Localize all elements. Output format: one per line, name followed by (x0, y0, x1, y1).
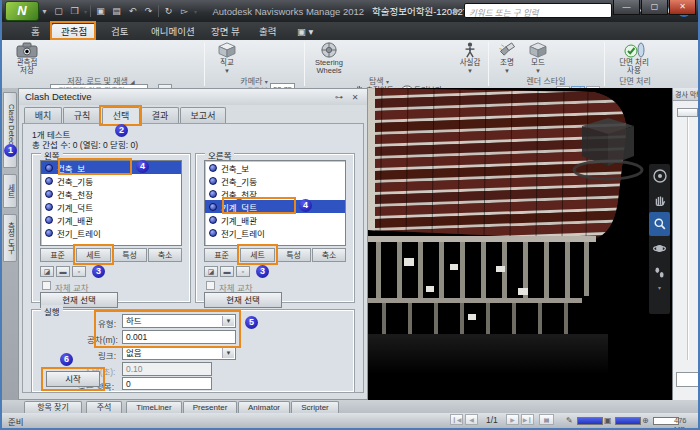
clash-tab-report[interactable]: 보고서 (180, 107, 226, 124)
disk-icon: ▣ (604, 416, 613, 425)
left-subtab-compact[interactable]: 축소 (148, 248, 182, 262)
dropdown-arrow-icon[interactable]: ▼ (222, 348, 234, 358)
right-subtab-sets[interactable]: 세트 (240, 248, 275, 262)
list-tool-button[interactable]: ▫ (72, 266, 86, 277)
list-item[interactable]: 건축_보 (205, 161, 345, 174)
lighting-button[interactable]: 조명▼ (492, 42, 522, 75)
pan-nav-icon[interactable] (649, 188, 670, 212)
ribbon-tab-sceneview[interactable]: 장면 뷰 (202, 24, 249, 40)
dock-tab-presenter[interactable]: Presenter (183, 401, 237, 413)
application-menu-button[interactable]: N (5, 1, 39, 21)
list-item[interactable]: 기계_배관 (41, 213, 181, 226)
pin-icon[interactable]: ⊶ (333, 92, 345, 103)
ribbon-tab-viewpoint[interactable]: 관측점 (52, 24, 96, 40)
undo-button[interactable]: ↶ (126, 5, 139, 18)
clash-tab-batch[interactable]: 배치 (24, 107, 62, 124)
enable-sectioning-button[interactable]: 단면 처리사용 (610, 42, 658, 75)
right-self-intersect-checkbox[interactable] (206, 281, 215, 290)
save-button[interactable]: ▣ (94, 5, 107, 18)
list-item[interactable]: 건축_천장 (41, 187, 181, 200)
list-item[interactable]: 건축_기둥 (205, 174, 345, 187)
tilt-slider-thumb[interactable] (677, 108, 698, 117)
render-mode-button[interactable]: 모드▼ (524, 42, 552, 75)
zoom-nav-icon[interactable] (649, 212, 670, 236)
sheet-browser-button[interactable]: ▤ (539, 414, 554, 425)
close-button[interactable]: ✕ (669, 0, 696, 15)
qat-customize-arrow[interactable]: ▾ (194, 8, 197, 15)
left-subtab-sets[interactable]: 세트 (76, 248, 111, 262)
navbar-more-arrow[interactable]: ▾ (649, 284, 670, 291)
print-button[interactable]: ▤ (110, 5, 123, 18)
ribbon-tab-home[interactable]: 홈 (22, 24, 49, 40)
dock-tab-comments[interactable]: 주석 (86, 401, 122, 413)
tolerance-input[interactable]: 0.001 (122, 330, 236, 344)
list-tool-button[interactable]: ▫ (236, 266, 250, 277)
list-item[interactable]: 기계_배관 (205, 213, 345, 226)
tilt-bar-close-icon[interactable]: ✕ (696, 89, 700, 97)
refresh-button[interactable]: ↻ (162, 5, 175, 18)
side-tab-measure-tools[interactable]: 측정 도구 (3, 214, 17, 262)
sheet-last-button[interactable]: ▶❙ (521, 414, 534, 425)
left-selection-list[interactable]: 건축_보 건축_기둥 건축_천장 기계_덕트 기계_배관 전기_트레이 (40, 160, 182, 246)
sheet-next-button[interactable]: ▶ (506, 414, 519, 425)
clash-tab-rules[interactable]: 규칙 (63, 107, 101, 124)
dock-tab-timeliner[interactable]: TimeLiner (126, 401, 182, 413)
select-tool-button[interactable]: ▻ (178, 5, 191, 18)
orthographic-button[interactable]: 직교▼ (208, 42, 246, 75)
ribbon-tab-output[interactable]: 출력 (250, 24, 285, 40)
steering-wheel-icon (320, 42, 338, 58)
list-item[interactable]: 건축_보 (41, 161, 181, 174)
right-subtab-properties[interactable]: 특성 (276, 248, 311, 262)
list-tool-button[interactable]: ▬ (220, 266, 234, 277)
steering-wheel-nav-icon[interactable] (649, 164, 670, 188)
dock-tab-find-items[interactable]: 항목 찾기 (24, 401, 82, 413)
list-item[interactable]: 기계_덕트 (205, 200, 345, 213)
list-item[interactable]: 전기_트레이 (41, 226, 181, 239)
list-item[interactable]: 기계_덕트 (41, 200, 181, 213)
tilt-slider-track[interactable] (687, 114, 689, 360)
left-subtab-properties[interactable]: 특성 (112, 248, 147, 262)
panel-close-icon[interactable]: ✕ (349, 92, 361, 103)
realism-button[interactable]: 사실감▼ (454, 42, 486, 75)
list-tool-button[interactable]: ◪ (204, 266, 218, 277)
clash-tab-results[interactable]: 결과 (141, 107, 179, 124)
link-dropdown[interactable]: 없음▼ (122, 346, 236, 360)
list-item[interactable]: 건축_천장 (205, 187, 345, 200)
list-tool-button[interactable]: ▬ (56, 266, 70, 277)
ribbon-extra-menu-icon[interactable]: ▣ ▾ (288, 24, 322, 40)
left-subtab-standard[interactable]: 표준 (40, 248, 75, 262)
save-viewpoint-button[interactable]: 관측점저장 (8, 42, 46, 75)
right-current-selection-button[interactable]: 현재 선택 (204, 292, 282, 308)
ribbon-tab-animation[interactable]: 애니메이션 (142, 24, 204, 40)
minimize-button[interactable]: — (613, 0, 640, 15)
sheet-prev-button[interactable]: ◀ (465, 414, 478, 425)
right-subtab-compact[interactable]: 축소 (312, 248, 346, 262)
left-self-intersect-checkbox[interactable] (42, 281, 51, 290)
right-selection-list[interactable]: 건축_보 건축_기둥 건축_천장 기계_덕트 기계_배관 전기_트레이 (204, 160, 346, 246)
dock-tab-scripter[interactable]: Scripter (291, 401, 339, 413)
search-input[interactable]: 키워드 또는 구 입력 (464, 3, 612, 18)
tilt-value-box[interactable] (676, 372, 700, 387)
search-expander-icon[interactable]: ▶ (454, 6, 460, 15)
list-item[interactable]: 전기_트레이 (205, 226, 345, 239)
start-button[interactable]: 시작 (46, 371, 100, 387)
list-item[interactable]: 건축_기둥 (41, 174, 181, 187)
sheet-first-button[interactable]: ❙◀ (450, 414, 463, 425)
maximize-button[interactable]: ▢ (641, 0, 668, 15)
scene-viewport[interactable]: ▾ 경사 막대 ✕ (368, 88, 700, 400)
application-menu-arrow-icon[interactable]: ▼ (41, 8, 48, 15)
steering-wheels-button[interactable]: SteeringWheels (308, 42, 350, 75)
new-document-button[interactable]: ▢ (52, 5, 65, 18)
side-tab-sets[interactable]: 세트 (3, 174, 17, 208)
orbit-nav-icon[interactable] (649, 236, 670, 260)
redo-button[interactable]: ↷ (142, 5, 155, 18)
look-nav-icon[interactable] (649, 260, 670, 284)
dropdown-arrow-icon[interactable]: ▼ (222, 316, 234, 326)
open-dropdown-arrow[interactable]: ▾ (84, 8, 87, 15)
list-tool-button[interactable]: ◪ (40, 266, 54, 277)
type-dropdown[interactable]: 하드▼ (122, 314, 236, 328)
right-subtab-standard[interactable]: 표준 (204, 248, 239, 262)
ribbon-tab-review[interactable]: 검토 (102, 24, 137, 40)
dock-tab-animator[interactable]: Animator (238, 401, 290, 413)
open-button[interactable]: ❒ (68, 5, 81, 18)
